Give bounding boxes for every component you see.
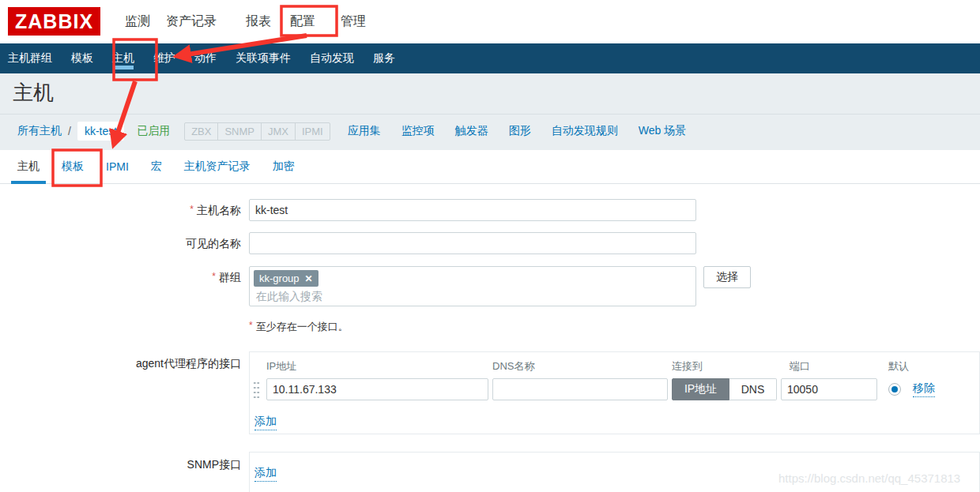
host-name-label: *主机名称: [0, 204, 241, 218]
tab-ipmi[interactable]: IPMI: [106, 150, 129, 183]
badge-jmx: JMX: [261, 123, 295, 140]
sub-nav: 主机群组 模板 主机 维护 动作 关联项事件 自动发现 服务: [0, 43, 980, 73]
tab-bar: 主机 模板 IPMI 宏 主机资产记录 加密: [0, 150, 980, 184]
link-items[interactable]: 监控项: [401, 124, 435, 138]
badge-ipmi: IPMI: [295, 123, 330, 140]
link-discovery-rules[interactable]: 自动发现规则: [552, 124, 618, 138]
interface-port-input[interactable]: [781, 378, 877, 400]
required-mark: *: [190, 204, 194, 215]
group-chip: kk-group ✕: [254, 270, 318, 287]
tab-macros[interactable]: 宏: [151, 150, 162, 183]
subnav-discovery[interactable]: 自动发现: [310, 43, 354, 73]
zabbix-logo[interactable]: ZABBIX: [8, 7, 100, 36]
subnav-event-correlation[interactable]: 关联项事件: [236, 43, 291, 73]
top-menu-inventory[interactable]: 资产记录: [166, 13, 217, 30]
interface-required-hint: *至少存在一个接口。: [249, 320, 349, 334]
column-connect-to: 连接到: [672, 359, 703, 374]
interface-ip-input[interactable]: [266, 378, 488, 400]
host-status-enabled: 已启用: [137, 124, 170, 138]
availability-badges: ZBX SNMP JMX IPMI: [184, 122, 330, 141]
subnav-actions[interactable]: 动作: [194, 43, 217, 73]
agent-interface-label: agent代理程序的接口: [0, 357, 241, 371]
tab-encryption[interactable]: 加密: [273, 150, 295, 183]
interface-remove-link[interactable]: 移除: [913, 381, 935, 397]
breadcrumb-all-hosts-link[interactable]: 所有主机: [17, 124, 62, 138]
top-bar: ZABBIX 监测 资产记录 报表 配置 管理: [0, 0, 980, 43]
required-mark: *: [249, 320, 253, 331]
subnav-templates[interactable]: 模板: [71, 43, 93, 73]
top-menu-administration[interactable]: 管理: [341, 13, 366, 30]
visible-name-label: 可见的名称: [0, 237, 241, 251]
column-default: 默认: [888, 359, 909, 374]
tab-templates[interactable]: 模板: [62, 150, 84, 183]
column-port: 端口: [790, 359, 810, 374]
badge-zbx: ZBX: [185, 123, 217, 140]
column-dns: DNS名称: [492, 359, 534, 374]
csdn-watermark: https://blog.csdn.net/qq_45371813: [778, 471, 960, 485]
tab-host-inventory[interactable]: 主机资产记录: [184, 150, 251, 183]
host-name-input[interactable]: [249, 199, 696, 221]
tab-host[interactable]: 主机: [17, 150, 40, 183]
column-ip: IP地址: [266, 359, 296, 374]
subnav-hosts[interactable]: 主机: [112, 43, 134, 73]
subnav-host-groups[interactable]: 主机群组: [8, 43, 52, 73]
link-graphs[interactable]: 图形: [509, 124, 531, 138]
breadcrumb: 所有主机 / kk-test 已启用 ZBX SNMP JMX IPMI 应用集…: [17, 122, 686, 141]
snmp-interface-add-link[interactable]: 添加: [254, 466, 277, 482]
breadcrumb-host-link[interactable]: kk-test: [77, 122, 124, 141]
agent-interface-add-link[interactable]: 添加: [254, 415, 277, 430]
required-mark: *: [212, 271, 216, 282]
breadcrumb-separator: /: [68, 125, 71, 137]
group-chip-label: kk-group: [259, 272, 300, 284]
top-menu-reports[interactable]: 报表: [246, 13, 271, 30]
interface-dns-input[interactable]: [492, 378, 668, 400]
link-web-scenarios[interactable]: Web 场景: [639, 124, 686, 138]
top-menu-configuration[interactable]: 配置: [290, 13, 315, 30]
host-form: *主机名称 可见的名称 *群组 kk-group ✕ 在此输入搜索 选择 *至少…: [0, 184, 980, 492]
top-menu-monitoring[interactable]: 监测: [125, 13, 150, 30]
group-select-button[interactable]: 选择: [703, 266, 751, 288]
link-triggers[interactable]: 触发器: [455, 124, 488, 138]
badge-snmp: SNMP: [217, 123, 261, 140]
title-zone: 主机 所有主机 / kk-test 已启用 ZBX SNMP JMX IPMI …: [0, 73, 980, 150]
subnav-services[interactable]: 服务: [373, 43, 395, 73]
default-interface-radio[interactable]: [888, 383, 901, 396]
breadcrumb-links: 应用集 监控项 触发器 图形 自动发现规则 Web 场景: [348, 124, 686, 138]
groups-multiselect[interactable]: kk-group ✕ 在此输入搜索: [249, 266, 696, 306]
link-applications[interactable]: 应用集: [348, 124, 381, 138]
visible-name-input[interactable]: [249, 232, 696, 254]
groups-label: *群组: [0, 271, 241, 285]
snmp-interface-label: SNMP接口: [0, 458, 241, 472]
title-divider: [0, 114, 980, 115]
groups-search-placeholder[interactable]: 在此输入搜索: [256, 290, 322, 304]
subnav-maintenance[interactable]: 维护: [153, 43, 175, 73]
page-title: 主机: [13, 79, 54, 107]
chip-remove-icon[interactable]: ✕: [305, 273, 313, 284]
connect-to-dns-toggle[interactable]: DNS: [729, 378, 777, 400]
interface-drag-handle[interactable]: [253, 381, 260, 400]
connect-to-ip-toggle[interactable]: IP地址: [672, 378, 729, 400]
